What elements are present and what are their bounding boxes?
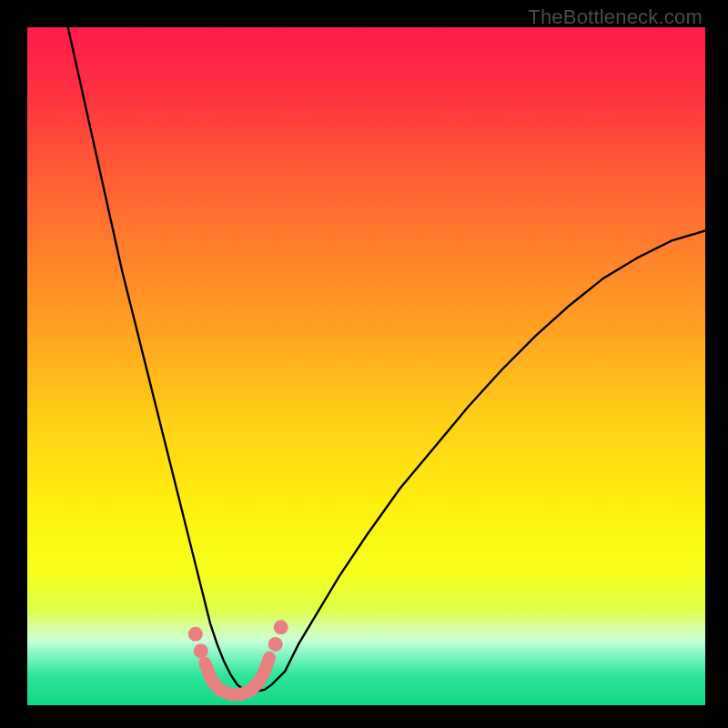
plot-area — [27, 27, 705, 705]
svg-point-3 — [268, 637, 283, 652]
watermark-text: TheBottleneck.com — [528, 5, 703, 29]
chart-frame: TheBottleneck.com — [0, 0, 728, 728]
svg-point-2 — [194, 643, 208, 658]
svg-point-1 — [188, 627, 203, 642]
plot-svg — [27, 27, 705, 705]
svg-rect-0 — [27, 27, 705, 705]
svg-point-4 — [274, 620, 288, 634]
